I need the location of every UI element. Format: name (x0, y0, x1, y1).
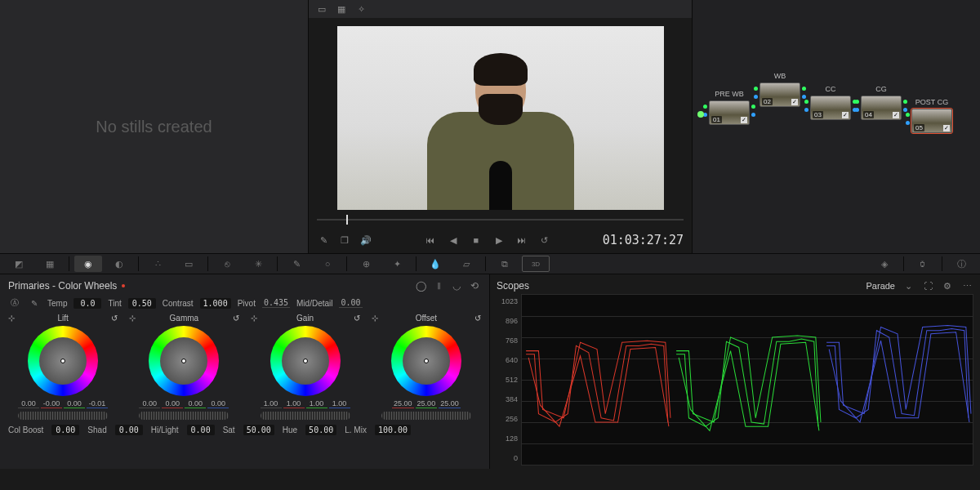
lmix-value[interactable]: 100.00 (375, 425, 411, 435)
info-icon[interactable]: ⓘ (947, 256, 975, 272)
lmix-label: L. Mix (345, 425, 367, 434)
wheel-picker-icon[interactable]: ⊹ (8, 314, 15, 323)
viewer-video[interactable] (309, 18, 692, 212)
tracker-icon[interactable]: ⊕ (352, 256, 380, 272)
scopes-panel: Scopes Parade ⌄ ⛶ ⚙ ⋯ 102389676864051238… (490, 274, 980, 469)
stereo-3d-icon[interactable]: 3D (522, 256, 550, 272)
scopes-expand-icon[interactable]: ⛶ (921, 280, 934, 292)
wheel-picker-icon[interactable]: ⊹ (251, 314, 257, 323)
scopes-title: Scopes (497, 280, 529, 292)
scope-tick: 1023 (497, 297, 518, 305)
node-03[interactable]: CC 03✓ (810, 85, 851, 120)
temp-value[interactable]: 0.0 (74, 298, 101, 309)
magic-wand-icon[interactable]: ✧ (354, 3, 368, 15)
color-match-icon[interactable]: ▦ (36, 256, 64, 272)
loop-icon[interactable]: ↺ (538, 234, 551, 246)
chevron-down-icon[interactable]: ⌄ (902, 280, 915, 292)
video-frame (337, 26, 664, 210)
wheel-values[interactable]: 0.00-0.000.00-0.01 (18, 399, 108, 408)
auto-balance-icon[interactable]: Ⓐ (8, 297, 21, 309)
key-icon[interactable]: ▱ (452, 256, 480, 272)
color-wheel[interactable] (391, 326, 461, 396)
wheel-values[interactable]: 1.001.001.001.00 (261, 399, 350, 408)
node-04[interactable]: CG 04✓ (861, 85, 902, 120)
rgb-mixer-icon[interactable]: ∴ (144, 256, 172, 272)
tint-value[interactable]: 0.50 (128, 298, 156, 309)
scrub-bar[interactable] (309, 212, 692, 227)
layers-icon[interactable]: ❐ (338, 234, 351, 246)
log-mode-icon[interactable]: ◡ (450, 280, 463, 292)
hue-value[interactable]: 50.00 (305, 425, 336, 435)
curves-icon[interactable]: ⎋ (213, 256, 241, 272)
wheel-jog[interactable] (139, 412, 229, 420)
node-02[interactable]: WB 02✓ (760, 72, 800, 107)
wheel-reset-icon[interactable]: ↺ (354, 314, 360, 323)
shad-value[interactable]: 0.00 (115, 425, 143, 435)
scopes-settings-icon[interactable]: ⚙ (941, 280, 954, 292)
color-wheel[interactable] (149, 326, 219, 396)
wheel-reset-icon[interactable]: ↺ (233, 314, 239, 323)
wheel-gamma: ⊹Gamma↺ 0.000.000.000.00 (129, 314, 238, 420)
mid-value[interactable]: 0.00 (339, 298, 362, 308)
view-grid-icon[interactable]: ▦ (335, 3, 348, 15)
colboost-value[interactable]: 0.00 (51, 425, 79, 435)
node-thumb[interactable]: 04✓ (861, 96, 902, 120)
motion-icon[interactable]: ▭ (175, 256, 203, 272)
color-wheel[interactable] (270, 326, 341, 396)
picker-icon[interactable]: ✎ (317, 234, 330, 246)
reverse-play-icon[interactable]: ◀ (447, 234, 460, 246)
pick-wb-icon[interactable]: ✎ (28, 297, 41, 309)
stop-icon[interactable]: ■ (470, 234, 483, 246)
blur-icon[interactable]: 💧 (421, 256, 449, 272)
wheel-gain: ⊹Gain↺ 1.001.001.001.00 (251, 314, 360, 420)
scopes-mode-select[interactable]: Parade (866, 281, 895, 291)
parade-scope[interactable] (521, 294, 973, 466)
prev-clip-icon[interactable]: ⏮ (424, 234, 437, 246)
play-icon[interactable]: ▶ (492, 234, 506, 246)
window-icon[interactable]: ○ (314, 256, 341, 272)
magic-mask-icon[interactable]: ✦ (383, 256, 411, 272)
palette-toolbar: ◩ ▦ ◉ ◐ ∴ ▭ ⎋ ✳ ✎ ○ ⊕ ✦ 💧 ▱ ⧉ 3D ◈ ⧮ ⓘ (0, 253, 980, 274)
wheel-picker-icon[interactable]: ⊹ (372, 314, 378, 323)
wheels-mode-icon[interactable]: ◯ (414, 280, 427, 292)
camera-raw-icon[interactable]: ◩ (5, 256, 33, 272)
view-single-icon[interactable]: ▭ (315, 3, 328, 15)
next-clip-icon[interactable]: ⏭ (515, 234, 528, 246)
contrast-value[interactable]: 1.000 (200, 298, 231, 309)
bars-mode-icon[interactable]: ⦀ (432, 280, 445, 292)
node-thumb[interactable]: 05✓ (911, 109, 952, 133)
wheel-jog[interactable] (381, 412, 471, 420)
warper-icon[interactable]: ✳ (244, 256, 272, 272)
wheel-name: Gamma (136, 314, 232, 323)
wheel-values[interactable]: 0.000.000.000.00 (139, 399, 229, 408)
node-thumb[interactable]: 03✓ (810, 96, 851, 120)
primaries-panel: Primaries - Color Wheels ◯ ⦀ ◡ ⟲ Ⓐ ✎ Tem… (0, 274, 490, 469)
color-wheels-icon[interactable]: ◉ (74, 256, 102, 272)
sat-value[interactable]: 50.00 (243, 425, 274, 435)
wheel-jog[interactable] (261, 412, 350, 420)
wheel-reset-icon[interactable]: ↺ (474, 314, 481, 323)
reset-all-icon[interactable]: ⟲ (468, 280, 481, 292)
scope-tick: 384 (497, 395, 518, 403)
hilight-value[interactable]: 0.00 (187, 425, 215, 435)
node-thumb[interactable]: 02✓ (760, 82, 800, 107)
node-thumb[interactable]: 01✓ (709, 100, 750, 125)
wheel-values[interactable]: 25.0025.0025.00 (392, 399, 461, 408)
scopes-icon[interactable]: ⧮ (909, 256, 937, 272)
pivot-value[interactable]: 0.435 (262, 298, 290, 308)
scopes-more-icon[interactable]: ⋯ (960, 280, 973, 292)
node-panel[interactable]: PRE WB 01✓ WB 02✓ CC 03✓ CG 04✓ POST CG … (693, 0, 980, 253)
node-05[interactable]: POST CG 05✓ (911, 98, 952, 133)
keyframes-icon[interactable]: ◈ (871, 256, 898, 272)
node-01[interactable]: PRE WB 01✓ (709, 90, 750, 125)
wheel-jog[interactable] (18, 412, 108, 420)
hdr-icon[interactable]: ◐ (105, 256, 133, 272)
wheel-reset-icon[interactable]: ↺ (111, 314, 118, 323)
color-wheel[interactable] (28, 326, 98, 396)
audio-icon[interactable]: 🔊 (359, 234, 372, 246)
wheel-picker-icon[interactable]: ⊹ (129, 314, 136, 323)
qualifier-icon[interactable]: ✎ (283, 256, 310, 272)
scope-tick: 640 (497, 356, 518, 364)
timecode[interactable]: 01:03:27:27 (603, 233, 684, 247)
sizing-icon[interactable]: ⧉ (491, 256, 519, 272)
